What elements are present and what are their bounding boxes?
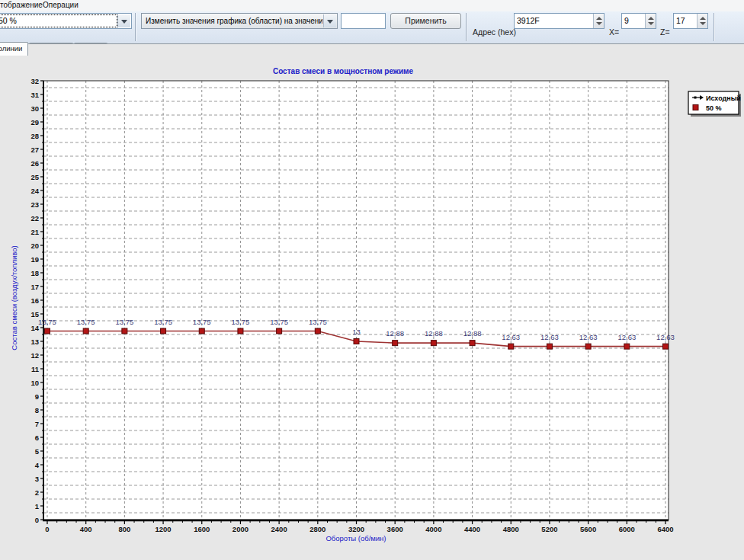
y-tick-label: 4 — [35, 461, 40, 469]
x-tick-label: 4000 — [425, 525, 441, 533]
data-point-label: 13,75 — [232, 318, 250, 326]
x-tick-label: 4800 — [503, 525, 519, 533]
x-tick-label: 3200 — [348, 525, 364, 533]
data-point[interactable] — [199, 328, 204, 334]
x-tick-label: 800 — [118, 525, 130, 533]
y-tick-label: 12 — [30, 351, 39, 360]
data-point[interactable] — [277, 328, 282, 334]
z-label: Z= — [660, 27, 670, 37]
spin-down-icon — [700, 22, 706, 25]
legend-label: 50 % — [706, 104, 722, 112]
map-select-dropdown-button[interactable] — [117, 14, 130, 27]
legend-label: Исходный — [706, 94, 741, 102]
z-value: 17 — [676, 16, 695, 25]
x-tick-label: 2400 — [271, 525, 287, 533]
address-value: 3912F — [517, 16, 592, 25]
data-point-label: 13,75 — [270, 318, 288, 326]
address-spinner[interactable]: 3912F — [514, 13, 604, 29]
x-tick-label: 5600 — [580, 525, 596, 533]
y-tick-label: 3 — [35, 475, 39, 483]
chart-title: Состав смеси в мощностном режиме — [273, 67, 414, 75]
y-tick-label: 25 — [30, 173, 39, 181]
data-point-label: 12,88 — [386, 329, 404, 338]
x-tick-label: 3600 — [387, 525, 403, 533]
data-point[interactable] — [315, 328, 320, 334]
x-spinner[interactable]: 9 — [621, 13, 656, 29]
spinner-buttons[interactable] — [593, 14, 604, 28]
map-select-combobox[interactable]: 50 % — [0, 13, 132, 29]
data-point[interactable] — [45, 328, 50, 334]
spin-up-icon — [700, 17, 706, 20]
chart-panel: 0123456789101112131415161718192021222324… — [0, 43, 744, 560]
data-point-label: 12,63 — [540, 333, 559, 341]
data-point[interactable] — [161, 328, 166, 334]
data-point-label: 13,75 — [115, 318, 133, 326]
x-tick-label: 6000 — [619, 525, 635, 533]
x-tick-label: 400 — [80, 525, 92, 533]
data-point[interactable] — [508, 344, 514, 349]
data-point[interactable] — [470, 341, 475, 346]
x-label: X= — [609, 27, 619, 37]
legend-dot-icon — [694, 97, 697, 99]
menu-item-display[interactable]: тображение — [0, 1, 46, 9]
y-tick-label: 26 — [30, 159, 39, 168]
y-tick-label: 31 — [30, 91, 39, 99]
data-point[interactable] — [431, 341, 436, 346]
action-select-dropdown-button[interactable] — [323, 14, 336, 27]
y-tick-label: 2 — [35, 488, 39, 497]
menu-item-operations[interactable]: Операции — [40, 1, 82, 9]
chevron-down-icon — [327, 20, 333, 24]
data-point-label: 13,75 — [38, 318, 56, 326]
data-point[interactable] — [393, 341, 398, 346]
spinner-buttons[interactable] — [645, 14, 656, 28]
data-point[interactable] — [83, 328, 88, 334]
x-tick-label: 5200 — [541, 525, 557, 533]
y-tick-label: 13 — [30, 338, 39, 346]
action-select-value: Изменить значения графика (области) на з… — [143, 15, 322, 27]
spin-down-icon — [648, 22, 654, 25]
y-tick-label: 28 — [30, 132, 39, 140]
x-tick-label: 2000 — [232, 525, 249, 533]
data-point[interactable] — [624, 344, 630, 349]
y-tick-label: 17 — [30, 283, 39, 291]
x-tick-label: 0 — [45, 525, 49, 533]
y-tick-label: 1 — [35, 502, 40, 510]
spinner-buttons[interactable] — [697, 14, 707, 28]
apply-button[interactable]: Применить — [390, 13, 461, 29]
y-tick-label: 5 — [35, 447, 40, 456]
tab-isolines[interactable]: олинии — [0, 42, 28, 56]
x-tick-label: 1200 — [155, 525, 171, 533]
data-point[interactable] — [663, 344, 669, 349]
x-tick-label: 1600 — [194, 525, 210, 533]
data-point[interactable] — [547, 344, 552, 349]
data-point[interactable] — [354, 339, 359, 344]
data-point-label: 13,75 — [77, 318, 95, 326]
menu-bar: тображение Операции — [0, 0, 744, 11]
data-point-label: 12,63 — [617, 333, 636, 341]
data-point[interactable] — [585, 344, 591, 349]
z-spinner[interactable]: 17 — [673, 13, 708, 29]
y-tick-label: 8 — [35, 406, 39, 414]
y-tick-label: 7 — [35, 420, 39, 428]
data-point-label: 13,75 — [154, 318, 172, 326]
y-tick-label: 10 — [30, 379, 39, 387]
data-point-label: 12,63 — [656, 333, 675, 341]
y-axis-title: Состав смеси (воздух/топливо) — [10, 245, 18, 350]
address-label: Адрес (hex) — [473, 27, 516, 37]
value-input[interactable] — [341, 13, 386, 29]
toolbar-separator — [135, 13, 136, 41]
y-tick-label: 23 — [30, 200, 39, 209]
map-select-value: 50 % — [0, 15, 117, 27]
y-tick-label: 0 — [35, 516, 39, 524]
data-point-label: 13 — [352, 328, 361, 336]
data-point-label: 13,75 — [193, 318, 211, 326]
x-value: 9 — [624, 16, 643, 25]
y-tick-label: 11 — [31, 365, 40, 373]
data-point[interactable] — [238, 328, 243, 334]
data-point[interactable] — [122, 328, 127, 334]
y-tick-label: 6 — [35, 434, 39, 442]
y-tick-label: 30 — [30, 104, 39, 113]
spin-up-icon — [648, 17, 654, 20]
y-tick-label: 22 — [30, 214, 39, 222]
action-select-combobox[interactable]: Изменить значения графика (области) на з… — [141, 13, 338, 29]
